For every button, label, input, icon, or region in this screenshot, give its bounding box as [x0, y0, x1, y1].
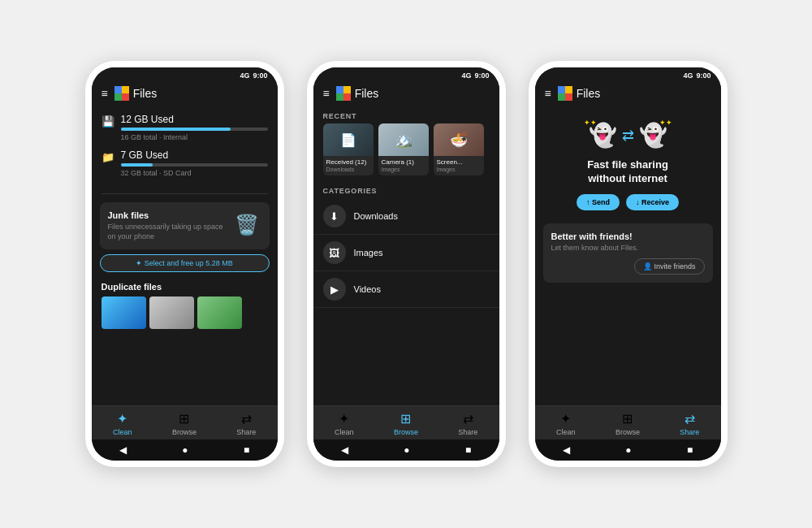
nav-share-2[interactable]: ⇄ Share — [437, 411, 499, 436]
storage-bar-bg-1 — [121, 128, 268, 131]
storage-internal-subtitle: 16 GB total · Internal — [121, 133, 268, 141]
recent-thumb-camera: 🏔️ — [378, 123, 429, 156]
home-button-2[interactable]: ● — [404, 444, 409, 456]
storage-bar-fill-1 — [121, 128, 231, 131]
nav-share-3[interactable]: ⇄ Share — [659, 411, 720, 436]
clean-nav-label-1: Clean — [113, 428, 132, 436]
nav-browse-2[interactable]: ⊞ Browse — [375, 411, 437, 436]
phone-2-screen: 4G 9:00 ≡ Files RECENT — [313, 67, 499, 461]
recent-label: RECENT — [313, 106, 499, 123]
storage-sd-title: 7 GB Used — [121, 149, 268, 161]
app-logo-2: Files — [336, 86, 379, 101]
send-button[interactable]: ↑ Send — [577, 194, 620, 210]
recent-screen-label: Screen... — [434, 156, 484, 167]
share-nav-icon-2: ⇄ — [463, 411, 473, 426]
invite-friends-button[interactable]: 👤 Invite friends — [634, 258, 705, 275]
share-nav-icon-3: ⇄ — [685, 411, 695, 426]
svg-rect-10 — [558, 93, 565, 101]
phone-3-screen: 4G 9:00 ≡ Files — [535, 67, 721, 461]
downloads-label: Downloads — [354, 211, 398, 221]
videos-icon: ▶ — [323, 278, 346, 301]
recent-downloads-sub: Downloads — [323, 167, 374, 175]
recent-downloads-label: Received (12) — [323, 156, 374, 167]
svg-rect-0 — [114, 86, 122, 93]
recent-camera-label: Camera (1) — [378, 156, 429, 167]
ghost-left: 👻 — [589, 123, 617, 148]
svg-rect-7 — [343, 93, 351, 101]
nav-browse-1[interactable]: ⊞ Browse — [153, 411, 215, 436]
share-nav-icon-1: ⇄ — [241, 411, 252, 426]
app-title-1: Files — [133, 87, 158, 100]
recent-camera-sub: Images — [378, 167, 429, 175]
svg-rect-1 — [122, 86, 129, 93]
recent-card-downloads[interactable]: 📄 Received (12) Downloads — [323, 123, 374, 175]
share-hero-title: Fast file sharing without internet — [587, 158, 668, 186]
status-bar-2: 4G 9:00 — [313, 67, 499, 81]
pdf-icon: 📄 — [340, 132, 356, 148]
friends-card-title: Better with friends! — [551, 232, 705, 241]
cat-downloads[interactable]: ⬇ Downloads — [313, 198, 499, 235]
screen3-content: ✦✦ 👻 ⇄ ✦✦ 👻 Fast file sharing without in… — [535, 106, 721, 405]
share-title-line2: without internet — [588, 172, 667, 184]
menu-icon-3[interactable]: ≡ — [545, 87, 551, 100]
signal-text-2: 4G — [461, 71, 471, 80]
nav-clean-3[interactable]: ✦ Clean — [535, 411, 597, 436]
time-1: 9:00 — [253, 71, 267, 80]
divider-1 — [102, 193, 268, 194]
home-button-1[interactable]: ● — [182, 444, 188, 456]
clean-nav-label-2: Clean — [335, 428, 354, 436]
back-button-2[interactable]: ◀ — [341, 444, 348, 456]
cat-videos[interactable]: ▶ Videos — [313, 271, 499, 308]
internal-storage-icon: 💾 — [102, 115, 114, 128]
share-nav-label-2: Share — [458, 428, 477, 436]
clean-nav-label-3: Clean — [556, 428, 576, 436]
browse-nav-icon-3: ⊞ — [622, 411, 633, 426]
storage-bar-bg-2 — [121, 163, 268, 167]
recent-button-1[interactable]: ■ — [244, 444, 249, 456]
dup-thumb-1 — [102, 296, 146, 329]
signal-text-3: 4G — [683, 71, 693, 80]
ghost-illustration: ✦✦ 👻 ⇄ ✦✦ 👻 — [589, 122, 667, 149]
junk-text: Junk files Files unnecessarily taking up… — [108, 210, 226, 241]
duplicate-thumbs — [92, 296, 278, 329]
ghost-right-wrapper: ✦✦ 👻 — [639, 122, 667, 149]
nav-clean-2[interactable]: ✦ Clean — [313, 411, 375, 436]
system-nav-3: ◀ ● ■ — [535, 439, 721, 461]
images-icon: 🖼 — [323, 241, 346, 264]
home-button-3[interactable]: ● — [625, 444, 631, 456]
svg-rect-2 — [114, 93, 122, 101]
back-button-1[interactable]: ◀ — [119, 444, 127, 456]
categories-label: CATEGORIES — [313, 180, 499, 198]
time-2: 9:00 — [474, 71, 489, 80]
app-logo-3: Files — [558, 86, 601, 101]
food-icon: 🍜 — [450, 131, 468, 149]
menu-icon-1[interactable]: ≡ — [102, 87, 108, 100]
recent-button-3[interactable]: ■ — [687, 444, 693, 456]
files-logo-icon-1 — [114, 86, 129, 101]
recent-card-screen[interactable]: 🍜 Screen... Images — [434, 123, 484, 175]
receive-button[interactable]: ↓ Receive — [626, 194, 679, 210]
menu-icon-2[interactable]: ≡ — [323, 87, 330, 100]
storage-sd: 📁 7 GB Used 32 GB total · SD Card — [102, 149, 268, 177]
nav-share-1[interactable]: ⇄ Share — [215, 411, 277, 436]
share-hero: ✦✦ 👻 ⇄ ✦✦ 👻 Fast file sharing without in… — [535, 106, 721, 219]
friends-card-subtitle: Let them know about Files. — [551, 244, 705, 252]
recent-button-2[interactable]: ■ — [465, 444, 471, 456]
junk-desc: Files unnecessarily taking up space on y… — [108, 223, 226, 241]
cat-images[interactable]: 🖼 Images — [313, 235, 499, 271]
app-bar-3: ≡ Files — [535, 81, 721, 106]
status-bar-1: 4G 9:00 — [92, 67, 278, 81]
files-logo-icon-2 — [336, 86, 351, 101]
bottom-nav-3: ✦ Clean ⊞ Browse ⇄ Share — [535, 405, 721, 439]
back-button-3[interactable]: ◀ — [563, 444, 570, 456]
storage-sd-info: 7 GB Used 32 GB total · SD Card — [121, 149, 268, 177]
share-arrows-icon: ⇄ — [622, 127, 634, 145]
nav-clean-1[interactable]: ✦ Clean — [92, 411, 153, 436]
svg-rect-8 — [558, 86, 565, 93]
status-bar-3: 4G 9:00 — [535, 67, 721, 81]
clean-button[interactable]: ✦ Select and free up 5.28 MB — [100, 254, 270, 272]
duplicate-section-title: Duplicate files — [92, 277, 278, 296]
nav-browse-3[interactable]: ⊞ Browse — [597, 411, 659, 436]
recent-card-camera[interactable]: 🏔️ Camera (1) Images — [378, 123, 429, 175]
phones-container: 4G 9:00 ≡ Files — [69, 45, 744, 483]
